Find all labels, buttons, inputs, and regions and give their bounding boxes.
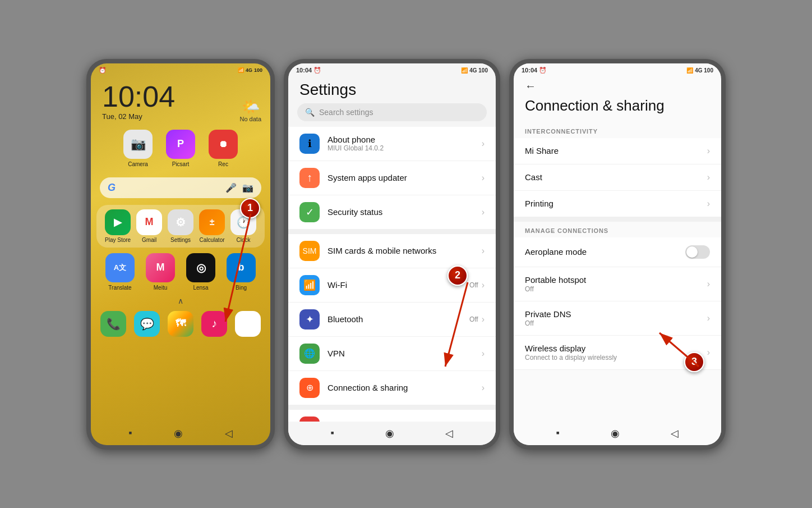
wireless-display-chevron: ›	[707, 347, 710, 358]
app-music[interactable]: ♪	[201, 311, 227, 337]
app-picsart[interactable]: P Picsart	[166, 130, 195, 167]
bottom-apps-row: 📞 💬 🗺 ♪ ⊕	[91, 308, 270, 340]
settings-label: Settings	[170, 237, 191, 243]
private-dns-label: Private DNS	[525, 309, 707, 319]
wifi-sub: Off	[469, 281, 478, 289]
conn-divider	[514, 217, 721, 222]
settings-item-conn[interactable]: ⊕ Connection & sharing ›	[288, 371, 496, 405]
dock-playstore[interactable]: ▶ Play Store	[105, 209, 131, 243]
mi-share-item[interactable]: Mi Share ›	[514, 138, 721, 164]
bottom-nav-home: ▪ ◉ ◁	[91, 422, 270, 445]
app-chrome[interactable]: ⊕	[235, 311, 261, 337]
calculator-icon: ±	[199, 209, 225, 235]
bottom-nav-conn: ▪ ◉ ◁	[514, 422, 721, 445]
settings-title: Settings	[288, 75, 496, 103]
dock-gmail[interactable]: M Gmail	[136, 209, 162, 243]
settings-item-about[interactable]: ℹ About phone MIUI Global 14.0.2 ›	[288, 127, 496, 161]
picsart-icon: P	[166, 130, 195, 159]
wireless-display-label: Wireless display	[525, 344, 707, 353]
divider1	[288, 230, 496, 234]
settings-item-vpn[interactable]: 🌐 VPN ›	[288, 337, 496, 371]
settings-item-sim[interactable]: SIM SIM cards & mobile networks ›	[288, 234, 496, 268]
home-clock: 10:04	[102, 82, 259, 111]
lensa-icon: ◎	[186, 253, 215, 282]
weather-badge: 🌤️ No data	[239, 98, 261, 122]
camera-icon: 📷	[123, 130, 153, 159]
app-bing[interactable]: b Bing	[227, 253, 256, 291]
conn-icon: ⊕	[299, 378, 320, 398]
home-screen: ⏰ 📶 4G 100 10:04 Tue, 02 May 🌤️ No data	[91, 63, 270, 445]
divider2	[288, 405, 496, 410]
recents-btn[interactable]: ◁	[225, 427, 233, 440]
dock-settings[interactable]: ⚙ Settings	[168, 209, 193, 243]
hotspot-chevron: ›	[707, 279, 710, 289]
settings-search[interactable]: 🔍 Search settings	[297, 103, 487, 121]
lens-icon: 📷	[242, 182, 253, 193]
interconnectivity-header: INTERCONNECTIVITY	[514, 122, 721, 138]
translate-icon: A文	[105, 253, 135, 282]
back-btn-s[interactable]: ▪	[331, 427, 334, 440]
rec-label: Rec	[218, 161, 228, 167]
printing-chevron: ›	[707, 199, 710, 209]
settings-item-security[interactable]: ✓ Security status ›	[288, 195, 496, 230]
home-btn-c[interactable]: ◉	[611, 427, 620, 440]
cast-chevron: ›	[707, 172, 710, 182]
bing-icon: b	[227, 253, 256, 282]
dock-calculator[interactable]: ± Calculator	[199, 209, 225, 243]
gmail-label: Gmail	[142, 237, 156, 243]
app-phone[interactable]: 📞	[100, 311, 126, 337]
app-lensa[interactable]: ◎ Lensa	[186, 253, 215, 291]
aeroplane-toggle[interactable]	[685, 245, 710, 259]
app-camera[interactable]: 📷 Camera	[123, 130, 153, 167]
recents-btn-c[interactable]: ◁	[671, 427, 679, 440]
bt-label: Bluetooth	[327, 314, 469, 324]
printing-item[interactable]: Printing ›	[514, 191, 721, 217]
app-translate[interactable]: A文 Translate	[105, 253, 135, 291]
recents-btn-s[interactable]: ◁	[445, 427, 453, 440]
hotspot-item[interactable]: Portable hotspot Off ›	[514, 267, 721, 301]
search-bar[interactable]: G 🎤 📷	[100, 177, 261, 198]
home-btn[interactable]: ◉	[174, 427, 183, 440]
wifi-icon: 📶	[299, 275, 320, 295]
wifi-chevron: ›	[482, 280, 485, 290]
wireless-display-sub: Connect to a display wirelessly	[525, 354, 707, 361]
calculator-label: Calculator	[200, 237, 225, 243]
private-dns-item[interactable]: Private DNS Off ›	[514, 301, 721, 336]
search-icon: 🔍	[305, 108, 315, 117]
manage-connections-header: MANAGE CONNECTIONS	[514, 222, 721, 237]
app-rec[interactable]: ⏺ Rec	[209, 130, 238, 167]
app-maps[interactable]: 🗺	[168, 311, 193, 337]
chrome-icon: ⊕	[235, 311, 261, 337]
updater-icon: ↑	[299, 168, 320, 188]
app-meitu[interactable]: M Meitu	[146, 253, 175, 291]
security-icon: ✓	[299, 202, 320, 222]
maps-icon: 🗺	[168, 311, 193, 337]
sim-label: SIM cards & mobile networks	[327, 246, 482, 255]
up-indicator: ∧	[91, 294, 270, 308]
settings-item-updater[interactable]: ↑ System apps updater ›	[288, 161, 496, 195]
cast-label: Cast	[525, 172, 707, 182]
meitu-icon: M	[146, 253, 175, 282]
cast-item[interactable]: Cast ›	[514, 164, 721, 191]
settings-item-always[interactable]: 🔒 Always-on display & Lock screen ›	[288, 410, 496, 422]
phone-icon: 📞	[100, 311, 126, 337]
status-bar-home: ⏰ 📶 4G 100	[91, 63, 270, 76]
dock-row: ▶ Play Store M Gmail ⚙ Settings ± Calcul…	[96, 205, 265, 248]
conn-chevron: ›	[482, 383, 485, 393]
home-date: Tue, 02 May	[102, 112, 259, 121]
settings-icon: ⚙	[168, 209, 193, 235]
private-dns-sub: Off	[525, 319, 707, 327]
always-icon: 🔒	[299, 417, 320, 422]
settings-item-bt[interactable]: ✦ Bluetooth Off ›	[288, 303, 496, 337]
wifi-label: Wi-Fi	[327, 280, 469, 290]
search-placeholder: Search settings	[319, 108, 373, 117]
aeroplane-item[interactable]: Aeroplane mode	[514, 237, 721, 267]
app-messages[interactable]: 💬	[134, 311, 160, 337]
back-button[interactable]: ←	[514, 75, 721, 95]
back-btn-c[interactable]: ▪	[556, 427, 560, 440]
home-btn-s[interactable]: ◉	[385, 427, 394, 440]
bt-sub: Off	[469, 315, 478, 323]
translate-label: Translate	[108, 285, 131, 291]
back-btn[interactable]: ▪	[128, 427, 132, 440]
conn-title: Connection & sharing	[514, 95, 721, 122]
